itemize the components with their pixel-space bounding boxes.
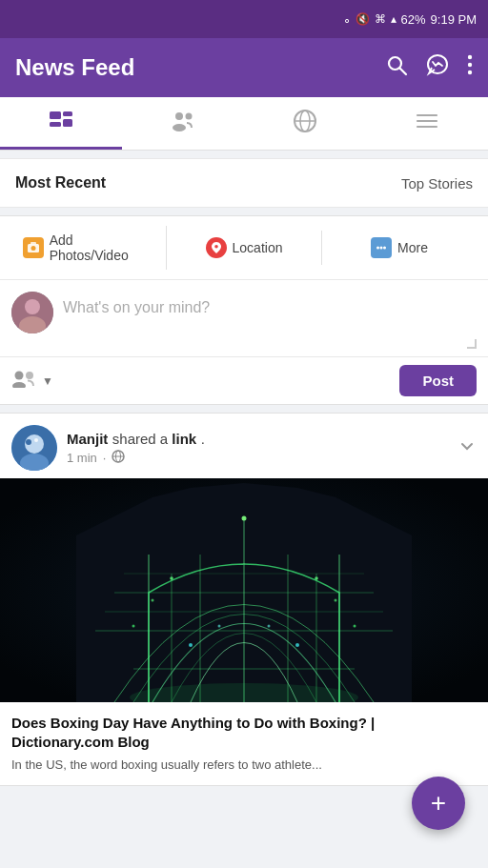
nav-tabs bbox=[0, 97, 488, 151]
audience-icon bbox=[11, 369, 36, 393]
post-image[interactable] bbox=[0, 478, 488, 702]
svg-point-55 bbox=[315, 576, 318, 580]
more-vertical-icon[interactable] bbox=[467, 53, 473, 82]
svg-line-1 bbox=[400, 69, 407, 75]
status-icons: ∘ 🔇 ⌘ ▴ 62% 9:19 PM bbox=[343, 12, 477, 27]
svg-point-27 bbox=[25, 299, 40, 314]
svg-point-4 bbox=[468, 63, 472, 67]
svg-rect-7 bbox=[50, 122, 61, 127]
more-button[interactable]: More bbox=[322, 231, 477, 265]
composer-text-input[interactable]: What's on your mind? bbox=[63, 292, 467, 349]
svg-point-31 bbox=[26, 372, 33, 379]
time-text: 9:19 PM bbox=[431, 12, 477, 27]
more-label: More bbox=[397, 240, 428, 255]
post-avatar[interactable] bbox=[11, 425, 57, 471]
post-time-dot: · bbox=[103, 451, 107, 465]
svg-point-61 bbox=[295, 643, 299, 647]
svg-point-57 bbox=[335, 599, 337, 602]
svg-rect-6 bbox=[50, 111, 61, 119]
tab-explore[interactable] bbox=[244, 97, 366, 150]
post-composer: Add Photos/Video Location More What's on… bbox=[0, 215, 488, 405]
svg-point-25 bbox=[383, 247, 386, 250]
recent-label[interactable]: Most Recent bbox=[15, 174, 106, 192]
composer-footer: ▼ Post bbox=[0, 356, 488, 404]
post-author-name-row: Manjit shared a link . bbox=[67, 431, 205, 448]
post-globe-icon bbox=[112, 450, 125, 466]
svg-point-23 bbox=[376, 247, 379, 250]
svg-point-63 bbox=[268, 625, 271, 628]
menu-icon bbox=[414, 108, 440, 140]
post-shared-link: link bbox=[172, 431, 196, 447]
resize-handle bbox=[467, 339, 477, 349]
plus-icon: + bbox=[431, 790, 446, 817]
bluetooth-icon: ∘ bbox=[343, 12, 351, 27]
post-button[interactable]: Post bbox=[399, 365, 477, 396]
svg-point-54 bbox=[170, 576, 173, 580]
post-link-desc: In the US, the word boxing usually refer… bbox=[11, 757, 477, 774]
svg-point-12 bbox=[186, 112, 193, 119]
friends-icon bbox=[170, 108, 196, 140]
post-chevron-icon[interactable] bbox=[458, 436, 477, 460]
messenger-icon[interactable] bbox=[425, 52, 450, 83]
svg-point-3 bbox=[468, 55, 472, 59]
user-avatar bbox=[11, 292, 53, 333]
header-actions bbox=[385, 52, 473, 83]
add-photo-button[interactable]: Add Photos/Video bbox=[11, 226, 167, 270]
battery-text: 62% bbox=[401, 12, 426, 27]
post-meta: 1 min · bbox=[67, 450, 205, 466]
svg-point-35 bbox=[34, 438, 38, 442]
svg-point-58 bbox=[132, 625, 135, 628]
location-icon bbox=[206, 237, 227, 258]
post-time: 1 min bbox=[67, 451, 97, 465]
svg-point-60 bbox=[189, 643, 193, 647]
post-author-info: Manjit shared a link . 1 min · bbox=[67, 431, 205, 466]
tab-friends[interactable] bbox=[122, 97, 244, 150]
tab-feed[interactable] bbox=[0, 97, 122, 150]
svg-point-53 bbox=[242, 516, 247, 521]
search-icon[interactable] bbox=[385, 53, 408, 82]
composer-input-row: What's on your mind? bbox=[0, 280, 488, 356]
audience-arrow-icon: ▼ bbox=[42, 374, 53, 388]
mute-icon: 🔇 bbox=[356, 12, 370, 26]
explore-icon bbox=[292, 108, 318, 140]
post-author-row: Manjit shared a link . 1 min · bbox=[11, 425, 205, 471]
app-header: News Feed bbox=[0, 38, 488, 97]
post-author-name[interactable]: Manjit bbox=[67, 431, 108, 447]
add-photo-label: Add Photos/Video bbox=[50, 232, 154, 263]
status-bar: ∘ 🔇 ⌘ ▴ 62% 9:19 PM bbox=[0, 0, 488, 38]
location-label: Location bbox=[233, 240, 283, 255]
more-icon bbox=[371, 237, 392, 258]
svg-point-10 bbox=[175, 112, 183, 120]
photo-icon bbox=[23, 237, 44, 258]
svg-point-24 bbox=[380, 247, 383, 250]
svg-point-20 bbox=[30, 246, 35, 251]
post-link-preview[interactable]: Does Boxing Day Have Anything to Do with… bbox=[0, 702, 488, 785]
tab-menu[interactable] bbox=[366, 97, 488, 150]
audience-selector[interactable]: ▼ bbox=[11, 369, 53, 393]
top-stories-label[interactable]: Top Stories bbox=[401, 175, 473, 192]
svg-point-5 bbox=[468, 71, 472, 74]
post-link-title: Does Boxing Day Have Anything to Do with… bbox=[11, 714, 477, 751]
composer-action-bar: Add Photos/Video Location More bbox=[0, 216, 488, 280]
signal-icon: ▴ bbox=[391, 12, 396, 26]
fab-button[interactable]: + bbox=[412, 777, 465, 830]
svg-point-56 bbox=[152, 599, 154, 602]
svg-point-62 bbox=[218, 625, 221, 628]
filter-bar: Most Recent Top Stories bbox=[0, 158, 488, 208]
svg-point-59 bbox=[354, 625, 356, 628]
svg-point-11 bbox=[173, 124, 186, 131]
post-shared-text: shared a bbox=[112, 431, 173, 447]
post-shared-suffix: . bbox=[201, 431, 205, 447]
page-title: News Feed bbox=[15, 54, 134, 81]
location-button[interactable]: Location bbox=[167, 231, 322, 265]
svg-point-30 bbox=[12, 382, 26, 388]
svg-point-29 bbox=[15, 372, 24, 380]
feed-icon bbox=[48, 108, 74, 140]
wifi-icon: ⌘ bbox=[375, 12, 386, 26]
svg-rect-9 bbox=[63, 119, 72, 127]
post-header: Manjit shared a link . 1 min · bbox=[0, 414, 488, 478]
post-card: Manjit shared a link . 1 min · bbox=[0, 413, 488, 786]
svg-point-34 bbox=[26, 439, 31, 445]
svg-rect-8 bbox=[63, 111, 72, 116]
svg-rect-21 bbox=[30, 242, 36, 245]
